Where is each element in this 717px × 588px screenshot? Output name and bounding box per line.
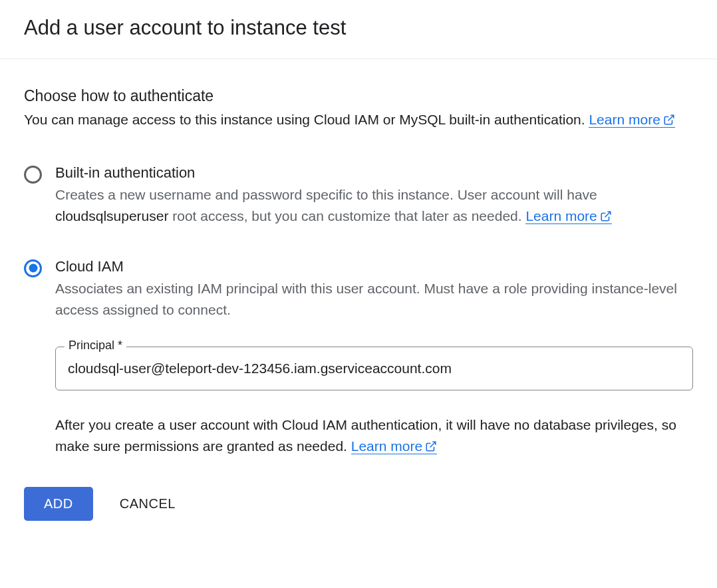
learn-more-link-builtin[interactable]: Learn more: [525, 208, 611, 224]
page-title: Add a user account to instance test: [24, 16, 693, 40]
iam-helper-text: After you create a user account with Clo…: [55, 414, 693, 459]
dialog-content: Choose how to authenticate You can manag…: [0, 59, 717, 545]
radio-iam-desc: Associates an existing IAM principal wit…: [55, 278, 693, 321]
svg-line-2: [430, 442, 436, 448]
learn-more-link-auth[interactable]: Learn more: [589, 112, 674, 128]
radio-builtin-title: Built-in authentication: [55, 164, 693, 182]
learn-more-link-iam[interactable]: Learn more: [351, 438, 437, 454]
principal-label: Principal *: [65, 339, 126, 353]
radio-builtin-desc: Creates a new username and password spec…: [55, 184, 693, 229]
radio-iam[interactable]: [24, 259, 42, 277]
auth-section: Choose how to authenticate You can manag…: [24, 87, 693, 132]
dialog-header: Add a user account to instance test: [0, 0, 717, 59]
external-link-icon: [425, 437, 437, 459]
section-desc: You can manage access to this instance u…: [24, 109, 693, 132]
cancel-button[interactable]: CANCEL: [120, 496, 176, 512]
external-link-icon: [663, 110, 675, 132]
radio-option-iam: Cloud IAM Associates an existing IAM pri…: [24, 258, 693, 459]
section-title: Choose how to authenticate: [24, 87, 693, 105]
svg-line-1: [605, 212, 610, 217]
auth-radio-group: Built-in authentication Creates a new us…: [24, 164, 693, 459]
radio-builtin[interactable]: [24, 166, 42, 184]
radio-option-builtin: Built-in authentication Creates a new us…: [24, 164, 693, 229]
external-link-icon: [600, 207, 612, 229]
add-button[interactable]: ADD: [24, 487, 93, 521]
svg-line-0: [668, 115, 673, 120]
principal-input-wrapper: Principal *: [55, 347, 693, 390]
principal-input[interactable]: [55, 347, 693, 390]
radio-iam-title: Cloud IAM: [55, 258, 693, 275]
button-row: ADD CANCEL: [24, 487, 693, 521]
